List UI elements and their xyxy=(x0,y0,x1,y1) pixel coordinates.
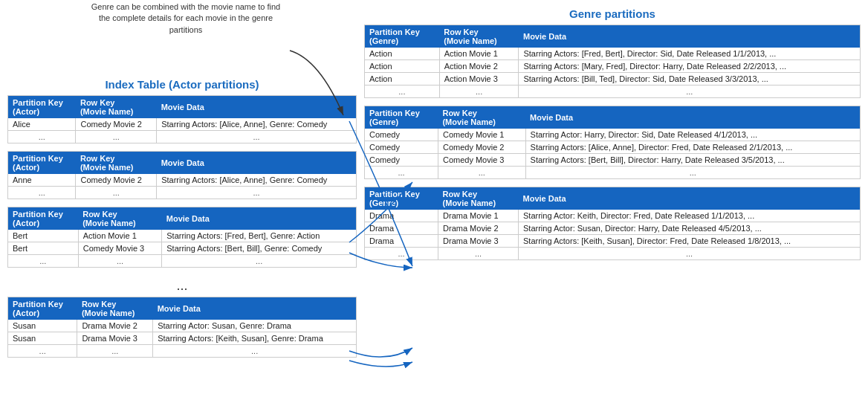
ellipsis-divider: ... xyxy=(7,275,357,297)
col-header-movie-data: Movie Data xyxy=(519,187,861,210)
cell-genre: Comedy xyxy=(365,129,438,141)
table-row: Drama Drama Movie 1 Starring Actor: Keit… xyxy=(365,210,861,222)
table-row: Drama Drama Movie 2 Starring Actor: Susa… xyxy=(365,222,861,235)
cell-movie-name: Drama Movie 1 xyxy=(438,210,519,222)
table-row-dots: ... ... ... xyxy=(8,131,357,143)
cell-dots: ... xyxy=(365,167,438,179)
table-row: Comedy Comedy Movie 3 Starring Actors: [… xyxy=(365,154,861,167)
cell-dots: ... xyxy=(8,255,79,268)
cell-dots: ... xyxy=(519,248,861,260)
table-alice: Partition Key(Actor) Row Key(Movie Name)… xyxy=(7,95,357,143)
col-header-genre: Partition Key(Genre) xyxy=(365,25,440,48)
cell-dots: ... xyxy=(365,86,440,98)
cell-genre: Comedy xyxy=(365,141,438,154)
table-row-dots: ... ... ... xyxy=(8,255,357,268)
cell-dots: ... xyxy=(76,131,157,143)
col-header-genre: Partition Key(Genre) xyxy=(365,106,438,129)
cell-movie-data: Starring Actor: Harry, Director: Sid, Da… xyxy=(525,129,860,141)
cell-actor: Bert xyxy=(8,230,79,242)
genre-partitions-title: Genre partitions xyxy=(364,7,861,20)
cell-actor: Alice xyxy=(8,118,76,131)
cell-movie-name: Drama Movie 2 xyxy=(438,222,519,235)
cell-dots: ... xyxy=(78,255,162,268)
col-header-movie-name: Row Key(Movie Name) xyxy=(438,106,525,129)
col-header-row-key: Row Key(Movie Name) xyxy=(78,207,162,230)
table-row: Susan Drama Movie 2 Starring Actor: Susa… xyxy=(8,320,357,332)
cell-movie-data: Starring Actors: [Alice, Anne], Director… xyxy=(525,141,860,154)
table-row: Anne Comedy Movie 2 Starring Actors: [Al… xyxy=(8,174,357,187)
cell-genre: Drama xyxy=(365,210,438,222)
cell-genre: Action xyxy=(365,60,440,73)
cell-dots: ... xyxy=(8,345,77,358)
cell-movie-name: Action Movie 1 xyxy=(78,230,162,242)
col-header-movie-name: Row Key(Movie Name) xyxy=(438,187,519,210)
col-header-movie-data: Movie Data xyxy=(525,106,860,129)
col-header-movie-data: Movie Data xyxy=(153,297,357,320)
table-row: Comedy Comedy Movie 1 Starring Actor: Ha… xyxy=(365,129,861,141)
table-row: Alice Comedy Movie 2 Starring Actors: [A… xyxy=(8,118,357,131)
cell-genre: Action xyxy=(365,73,440,86)
cell-movie-name: Comedy Movie 2 xyxy=(76,118,157,131)
cell-movie-name: Comedy Movie 2 xyxy=(76,174,157,187)
col-header-row-key: Row Key(Movie Name) xyxy=(76,96,157,119)
col-header-row-key: Row Key(Movie Name) xyxy=(77,297,153,320)
cell-movie-data: Starring Actor: Keith, Director: Fred, D… xyxy=(519,210,861,222)
table-action: Partition Key(Genre) Row Key(Movie Name)… xyxy=(364,25,861,98)
table-row: Bert Action Movie 1 Starring Actors: [Fr… xyxy=(8,230,357,242)
col-header-movie-name: Row Key(Movie Name) xyxy=(439,25,519,48)
cell-dots: ... xyxy=(157,131,357,143)
table-row: Action Action Movie 2 Starring Actors: [… xyxy=(365,60,861,73)
cell-movie-name: Comedy Movie 2 xyxy=(438,141,525,154)
right-section: Genre partitions Partition Key(Genre) Ro… xyxy=(364,0,868,372)
col-header-movie-data: Movie Data xyxy=(157,96,357,119)
index-table-title: Index Table (Actor partitions) xyxy=(7,78,357,91)
cell-genre: Drama xyxy=(365,222,438,235)
table-comedy: Partition Key(Genre) Row Key(Movie Name)… xyxy=(364,106,861,179)
table-row: Action Action Movie 1 Starring Actors: [… xyxy=(365,48,861,60)
cell-dots: ... xyxy=(153,345,357,358)
table-row-dots: ... ... ... xyxy=(8,345,357,358)
cell-movie-data: Starring Actors: [Alice, Anne], Genre: C… xyxy=(157,174,357,187)
cell-movie-data: Starring Actors: [Alice, Anne], Genre: C… xyxy=(157,118,357,131)
cell-dots: ... xyxy=(162,255,357,268)
cell-movie-name: Comedy Movie 3 xyxy=(78,242,162,255)
cell-movie-data: Starring Actors: [Bill, Ted], Director: … xyxy=(519,73,861,86)
cell-movie-data: Starring Actor: Susan, Genre: Drama xyxy=(153,320,357,332)
cell-movie-name: Action Movie 3 xyxy=(439,73,519,86)
cell-movie-name: Comedy Movie 1 xyxy=(438,129,525,141)
cell-dots: ... xyxy=(77,345,153,358)
table-row: Susan Drama Movie 3 Starring Actors: [Ke… xyxy=(8,332,357,345)
cell-dots: ... xyxy=(8,131,76,143)
cell-movie-name: Comedy Movie 3 xyxy=(438,154,525,167)
cell-movie-data: Starring Actors: [Fred, Bert], Director:… xyxy=(519,48,861,60)
table-anne: Partition Key(Actor) Row Key(Movie Name)… xyxy=(7,151,357,199)
table-row-dots: ... ... ... xyxy=(365,86,861,98)
table-row-dots: ... ... ... xyxy=(365,248,861,260)
col-header-movie-data: Movie Data xyxy=(519,25,861,48)
cell-dots: ... xyxy=(525,167,860,179)
col-header-partition-key: Partition Key(Actor) xyxy=(8,207,79,230)
cell-movie-name: Drama Movie 3 xyxy=(77,332,153,345)
cell-movie-name: Action Movie 1 xyxy=(439,48,519,60)
cell-movie-name: Drama Movie 2 xyxy=(77,320,153,332)
cell-dots: ... xyxy=(438,167,525,179)
cell-movie-data: Starring Actors: [Keith, Susan], Genre: … xyxy=(153,332,357,345)
cell-genre: Drama xyxy=(365,235,438,248)
cell-movie-data: Starring Actors: [Bert, Bill], Director:… xyxy=(525,154,860,167)
cell-actor: Susan xyxy=(8,320,77,332)
cell-genre: Comedy xyxy=(365,154,438,167)
table-row: Drama Drama Movie 3 Starring Actors: [Ke… xyxy=(365,235,861,248)
table-row: Action Action Movie 3 Starring Actors: [… xyxy=(365,73,861,86)
col-header-partition-key: Partition Key(Actor) xyxy=(8,297,77,320)
cell-dots: ... xyxy=(439,86,519,98)
col-header-movie-data: Movie Data xyxy=(162,207,357,230)
cell-dots: ... xyxy=(519,86,861,98)
table-row: Bert Comedy Movie 3 Starring Actors: [Be… xyxy=(8,242,357,255)
cell-actor: Bert xyxy=(8,242,79,255)
cell-actor: Susan xyxy=(8,332,77,345)
cell-movie-data: Starring Actor: Susan, Director: Harry, … xyxy=(519,222,861,235)
cell-movie-name: Action Movie 2 xyxy=(439,60,519,73)
table-drama: Partition Key(Genre) Row Key(Movie Name)… xyxy=(364,187,861,260)
cell-movie-name: Drama Movie 3 xyxy=(438,235,519,248)
table-bert: Partition Key(Actor) Row Key(Movie Name)… xyxy=(7,207,357,268)
